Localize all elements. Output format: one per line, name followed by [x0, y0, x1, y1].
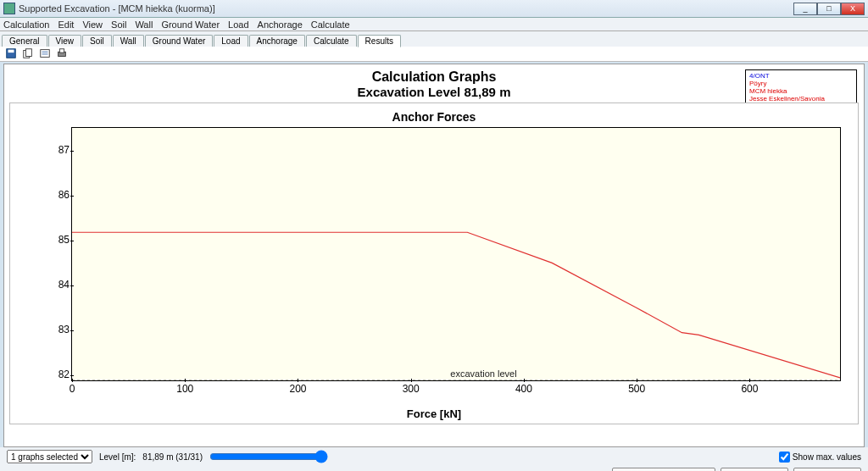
tab-general[interactable]: General — [2, 35, 47, 47]
print-icon[interactable] — [56, 47, 68, 61]
menu-soil[interactable]: Soil — [111, 19, 126, 30]
x-tick-label: 0 — [70, 383, 75, 395]
x-tick-label: 300 — [403, 383, 420, 395]
x-tick-label: 600 — [741, 383, 758, 395]
level-value: 81,89 m (31/31) — [142, 452, 203, 462]
tab-ground-water[interactable]: Ground Water — [145, 35, 213, 47]
chart-frame: Anchor Forces Level of Excavation [m] Fo… — [9, 103, 859, 424]
minimize-button[interactable]: _ — [793, 3, 817, 15]
page-subtitle: Excavation Level 81,89 m — [9, 85, 859, 99]
x-tick-label: 200 — [289, 383, 306, 395]
page-title: Calculation Graphs — [9, 69, 859, 85]
close-button[interactable]: Close — [793, 468, 861, 471]
update-button[interactable]: Update — [721, 468, 788, 471]
content-area: Calculation Graphs Excavation Level 81,8… — [3, 64, 865, 447]
title-bar: Supported Excavation - [MCM hiekka (kuor… — [0, 0, 868, 18]
app-icon — [3, 3, 15, 14]
window-title: Supported Excavation - [MCM hiekka (kuor… — [19, 3, 793, 14]
show-max-checkbox-label[interactable]: Show max. values — [779, 452, 861, 463]
menu-wall[interactable]: Wall — [135, 19, 153, 30]
save-icon[interactable] — [5, 47, 17, 61]
update-zoom-button[interactable]: Update and Zoom — [612, 468, 715, 471]
tab-wall[interactable]: Wall — [113, 35, 144, 47]
chart-title: Anchor Forces — [17, 110, 851, 124]
close-window-button[interactable]: X — [841, 3, 865, 15]
graphs-selected-dropdown[interactable]: 1 graphs selected — [7, 450, 92, 463]
maximize-button[interactable]: □ — [817, 3, 841, 15]
y-tick-label: 82 — [47, 368, 70, 380]
x-tick-label: 400 — [515, 383, 532, 395]
menu-bar: Calculation Edit View Soil Wall Ground W… — [0, 18, 868, 31]
chart-svg — [72, 128, 840, 380]
svg-rect-4 — [41, 49, 50, 57]
svg-rect-1 — [8, 49, 14, 53]
info-line: 4/ONT — [749, 72, 853, 80]
info-line: Jesse Eskelinen/Savonia — [749, 95, 853, 103]
y-tick-label: 85 — [47, 234, 70, 246]
tab-load[interactable]: Load — [214, 35, 248, 47]
menu-calculate[interactable]: Calculate — [311, 19, 350, 30]
info-line: Pöyry — [749, 80, 853, 87]
toolbar — [0, 47, 868, 62]
show-max-checkbox[interactable] — [779, 452, 790, 463]
excavation-level-label: excavation level — [450, 368, 516, 379]
tab-soil[interactable]: Soil — [82, 35, 112, 47]
plot-area — [71, 127, 841, 381]
info-line: MCM hiekka — [749, 87, 853, 95]
bottom-bar: 1 graphs selected Level [m]: 81,89 m (31… — [0, 447, 868, 466]
menu-load[interactable]: Load — [228, 19, 248, 30]
tab-view[interactable]: View — [48, 35, 82, 47]
menu-view[interactable]: View — [82, 19, 103, 30]
tab-strip: General View Soil Wall Ground Water Load… — [0, 31, 868, 47]
level-label: Level [m]: — [99, 452, 136, 462]
properties-icon[interactable] — [39, 47, 51, 61]
copy-icon[interactable] — [22, 47, 34, 61]
x-tick-label: 500 — [628, 383, 645, 395]
menu-anchorage[interactable]: Anchorage — [258, 19, 303, 30]
svg-rect-3 — [25, 48, 31, 56]
y-tick-label: 84 — [47, 279, 70, 291]
menu-edit[interactable]: Edit — [58, 19, 74, 30]
menu-calculation[interactable]: Calculation — [3, 19, 49, 30]
tab-anchorage[interactable]: Anchorage — [249, 35, 305, 47]
x-tick-label: 100 — [176, 383, 193, 395]
level-slider[interactable] — [209, 450, 328, 463]
menu-ground-water[interactable]: Ground Water — [161, 19, 220, 30]
y-tick-label: 83 — [47, 324, 70, 335]
tab-results[interactable]: Results — [358, 35, 401, 47]
y-tick-label: 87 — [47, 144, 70, 156]
y-tick-label: 86 — [47, 189, 70, 201]
x-axis-label: Force [kN] — [407, 407, 461, 420]
button-row: Update and Zoom Update Close — [0, 466, 868, 471]
tab-calculate[interactable]: Calculate — [306, 35, 357, 47]
svg-rect-8 — [59, 48, 64, 52]
